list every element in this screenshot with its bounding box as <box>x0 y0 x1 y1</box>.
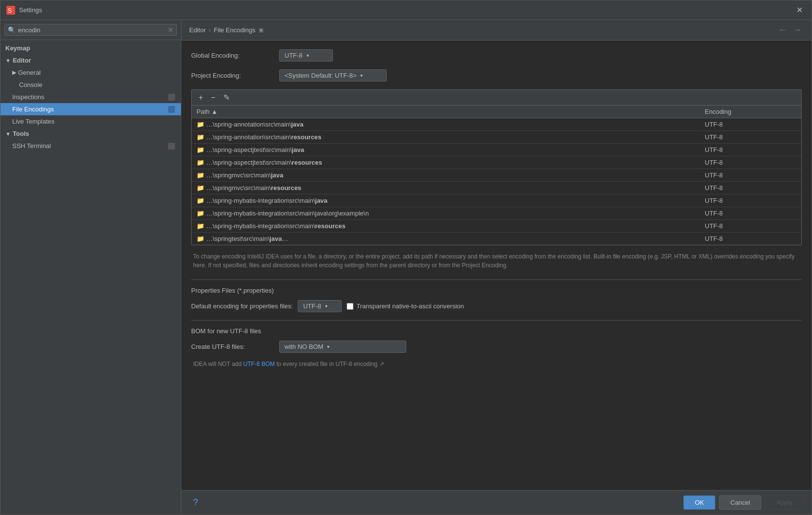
default-encoding-select[interactable]: UTF-8 ▾ <box>298 300 342 312</box>
panel-body: Global Encoding: UTF-8 ▾ Project Encodin… <box>181 41 812 490</box>
sidebar-item-general[interactable]: ▶ General <box>0 66 181 79</box>
global-encoding-label: Global Encoding: <box>191 52 274 59</box>
bom-value: with NO BOM <box>285 343 323 350</box>
encoding-cell: UTF-8 <box>700 233 801 245</box>
path-prefix: …\springmvc\src\main\ <box>206 172 271 179</box>
project-encoding-value: <System Default: UTF-8> <box>285 72 356 79</box>
encoding-column-header[interactable]: Encoding <box>700 106 801 118</box>
folder-icon: 📁 <box>197 172 204 179</box>
encoding-cell: UTF-8 <box>700 131 801 144</box>
default-encoding-row: Default encoding for properties files: U… <box>191 300 802 312</box>
table-row: 📁…\springmvc\src\main\resourcesUTF-8 <box>192 182 801 194</box>
bottom-bar: ? OK Cancel Apply <box>181 490 812 515</box>
global-encoding-select[interactable]: UTF-8 ▾ <box>279 49 333 62</box>
add-path-button[interactable]: + <box>196 92 206 103</box>
edit-path-button[interactable]: ✎ <box>220 92 233 103</box>
path-prefix: …\spring-mybatis-integration\src\main\ja… <box>206 210 369 217</box>
path-bold-part: java <box>291 121 303 128</box>
cancel-button[interactable]: Cancel <box>719 495 761 510</box>
sidebar-item-keymap[interactable]: Keymap <box>0 42 181 54</box>
nav-forward-button[interactable]: → <box>791 25 804 35</box>
path-bold-part: java <box>269 235 282 242</box>
apply-button[interactable]: Apply <box>765 495 804 510</box>
sidebar-item-ssh-terminal[interactable]: SSH Terminal <box>0 140 181 152</box>
encoding-cell: UTF-8 <box>700 118 801 131</box>
editor-arrow: ▼ <box>5 58 11 64</box>
breadcrumb-file-encodings: File Encodings <box>214 26 255 34</box>
search-input[interactable] <box>18 26 168 34</box>
path-column-header[interactable]: Path ▲ <box>192 106 700 118</box>
path-cell: 📁…\springtest\src\main\java… <box>192 233 700 245</box>
sidebar-tree: Keymap ▼ Editor ▶ General Console Inspec… <box>0 40 181 515</box>
folder-icon: 📁 <box>197 235 204 242</box>
path-prefix: …\spring-aspectjtest\src\main\ <box>206 146 292 153</box>
path-cell: 📁…\spring-mybatis-integration\src\main\j… <box>192 194 700 207</box>
project-encoding-arrow: ▾ <box>360 73 363 78</box>
global-encoding-arrow: ▾ <box>307 53 309 58</box>
default-encoding-label: Default encoding for properties files: <box>191 302 293 310</box>
path-cell: 📁…\spring-annotation\src\main\java <box>192 118 700 131</box>
utf8-bom-link[interactable]: UTF-8 BOM <box>243 361 275 367</box>
folder-icon: 📁 <box>197 210 204 217</box>
path-bold-part: java <box>292 146 304 153</box>
search-box: 🔍 ✕ <box>0 20 181 40</box>
sidebar-item-file-encodings[interactable]: File Encodings <box>0 103 181 115</box>
path-cell: 📁…\spring-aspectjtest\src\main\java <box>192 144 700 156</box>
encoding-cell: UTF-8 <box>700 169 801 182</box>
folder-icon: 📁 <box>197 222 204 230</box>
default-encoding-value: UTF-8 <box>303 302 321 310</box>
right-panel: Editor › File Encodings ▣ ← → Global Enc… <box>181 20 812 515</box>
encoding-cell: UTF-8 <box>700 144 801 156</box>
bom-info: IDEA will NOT add UTF-8 BOM to every cre… <box>191 361 802 367</box>
remove-path-button[interactable]: − <box>208 92 218 103</box>
panel-nav: ← → <box>776 25 804 35</box>
sidebar-item-live-templates[interactable]: Live Templates <box>0 115 181 128</box>
folder-icon: 📁 <box>197 121 204 128</box>
table-toolbar: + − ✎ <box>192 90 801 106</box>
sidebar-item-editor[interactable]: ▼ Editor <box>0 54 181 66</box>
folder-icon: 📁 <box>197 197 204 204</box>
close-button[interactable]: ✕ <box>793 4 806 17</box>
file-encodings-badge <box>168 106 175 113</box>
sidebar-item-inspections[interactable]: Inspections <box>0 91 181 103</box>
transparent-conversion-checkbox[interactable] <box>347 303 353 310</box>
sidebar-item-tools[interactable]: ▼ Tools <box>0 128 181 140</box>
svg-text:S: S <box>8 7 12 14</box>
sidebar-item-console[interactable]: Console <box>0 79 181 91</box>
sidebar: 🔍 ✕ Keymap ▼ Editor ▶ General <box>0 20 181 515</box>
path-partial: … <box>282 235 288 242</box>
path-prefix: …\springtest\src\main\ <box>206 235 269 242</box>
table-row: 📁…\springtest\src\main\java…UTF-8 <box>192 233 801 245</box>
ok-button[interactable]: OK <box>683 495 715 510</box>
breadcrumb: Editor › File Encodings ▣ <box>189 26 263 34</box>
console-label: Console <box>19 81 43 88</box>
path-bold-part: resources <box>292 159 322 166</box>
path-bold-part: resources <box>315 222 346 230</box>
encoding-table-container: + − ✎ Path ▲ Encoding 📁…\spring-annotati <box>191 89 802 245</box>
help-button[interactable]: ? <box>189 496 202 509</box>
table-row: 📁…\springmvc\src\main\javaUTF-8 <box>192 169 801 182</box>
nav-back-button[interactable]: ← <box>776 25 789 35</box>
bom-select[interactable]: with NO BOM ▾ <box>279 341 406 353</box>
live-templates-label: Live Templates <box>12 118 54 125</box>
path-prefix: …\spring-aspectjtest\src\main\ <box>206 159 292 166</box>
bom-section-title: BOM for new UTF-8 files <box>191 327 802 335</box>
search-wrap[interactable]: 🔍 ✕ <box>4 24 177 36</box>
table-row: 📁…\spring-mybatis-integration\src\main\j… <box>192 194 801 207</box>
settings-dialog: S Settings ✕ 🔍 ✕ Keymap ▼ Edi <box>0 0 812 515</box>
properties-section-title: Properties Files (*.properties) <box>191 287 802 294</box>
path-cell: 📁…\spring-annotation\src\main\resources <box>192 131 700 144</box>
path-bold-part: resources <box>291 133 321 141</box>
transparent-conversion-label[interactable]: Transparent native-to-ascii conversion <box>347 302 464 310</box>
encoding-cell: UTF-8 <box>700 194 801 207</box>
hint-text: To change encoding IntelliJ IDEA uses fo… <box>191 252 802 270</box>
table-row: 📁…\spring-aspectjtest\src\main\javaUTF-8 <box>192 144 801 156</box>
project-encoding-row: Project Encoding: <System Default: UTF-8… <box>191 69 802 82</box>
app-icon: S <box>6 6 15 15</box>
bom-info-text2: to every created file in UTF-8 encoding <box>275 361 377 367</box>
keymap-label: Keymap <box>5 44 30 52</box>
project-encoding-select[interactable]: <System Default: UTF-8> ▾ <box>279 69 387 82</box>
breadcrumb-editor: Editor <box>189 26 206 34</box>
clear-search-button[interactable]: ✕ <box>168 26 174 34</box>
properties-divider <box>191 279 802 280</box>
